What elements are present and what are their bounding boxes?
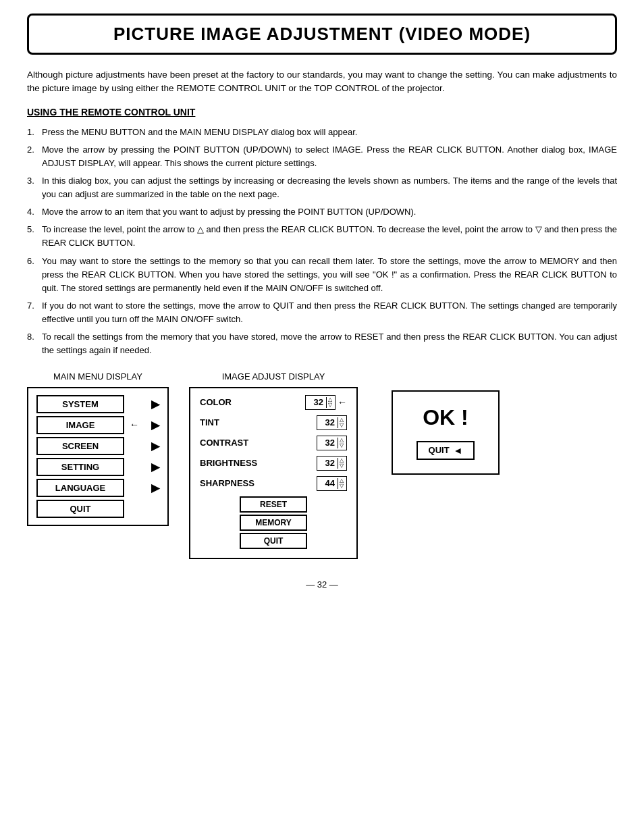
down-arrow-icon[interactable]: ▽ [340,463,344,469]
adjust-label-contrast: CONTRAST [200,438,267,448]
adjust-label-color: COLOR [200,397,267,407]
adjust-value-box-tint: 32△▽ [317,415,347,430]
menu-item-language[interactable]: LANGUAGE [36,479,124,497]
down-arrow-icon[interactable]: ▽ [340,443,344,448]
adjust-btn-quit[interactable]: QUIT [240,533,307,549]
step-item-4: 4.Move the arrow to an item that you wan… [27,205,617,219]
section-heading: USING THE REMOTE CONTROL UNIT [27,107,617,118]
page-title-box: PICTURE IMAGE ADJUSTMENT (VIDEO MODE) [27,14,617,55]
menu-arrow-icon-system: ▶ [151,398,159,411]
menu-arrow-icon-image: ▶ [151,419,159,432]
step-item-5: 5.To increase the level, point the arrow… [27,223,617,250]
menu-quit-button[interactable]: QUIT [36,500,124,518]
ok-box: OK ! QUIT ◄ [392,390,500,475]
adjust-value-box-color: 32△▽ [305,395,336,410]
step-item-2: 2.Move the arrow by pressing the POINT B… [27,143,617,170]
ok-text: OK ! [423,405,468,430]
diagrams-row: MAIN MENU DISPLAY SYSTEM▶IMAGE←▶SCREEN▶S… [27,371,617,559]
menu-quit-row: QUIT [36,500,159,518]
adjust-btn-memory[interactable]: MEMORY [240,515,307,531]
adjust-label-sharpness: SHARPNESS [200,478,267,488]
menu-item-screen[interactable]: SCREEN [36,437,124,455]
menu-arrow-icon-setting: ▶ [151,461,159,473]
step-item-7: 7.If you do not want to store the settin… [27,299,617,326]
menu-item-row-screen: SCREEN▶ [36,437,159,455]
selected-adjust-indicator-icon: ← [338,397,347,408]
adjust-row-tint: TINT32△▽ [200,415,347,430]
menu-item-row-system: SYSTEM▶ [36,395,159,413]
ok-quit-arrow-icon: ◄ [454,445,463,456]
menu-item-image[interactable]: IMAGE [36,416,124,434]
adjust-label-tint: TINT [200,417,267,427]
adjust-value-num-brightness: 32 [320,458,335,468]
image-adjust-box: COLOR32△▽←TINT32△▽CONTRAST32△▽BRIGHTNESS… [189,387,358,559]
menu-arrow-icon-screen: ▶ [151,440,159,452]
main-menu-box: SYSTEM▶IMAGE←▶SCREEN▶SETTING▶LANGUAGE▶QU… [27,387,169,526]
adjust-arrows-sharpness: △▽ [338,478,344,489]
menu-item-row-language: LANGUAGE▶ [36,479,159,497]
adjust-row-color: COLOR32△▽← [200,395,347,410]
adjust-value-box-sharpness: 44△▽ [317,476,347,491]
selected-indicator-icon: ← [130,419,139,430]
adjust-btn-reset[interactable]: RESET [240,496,307,513]
page-number: — 32 — [27,579,617,590]
adjust-row-brightness: BRIGHTNESS32△▽ [200,456,347,471]
menu-item-system[interactable]: SYSTEM [36,395,124,413]
main-menu-section: MAIN MENU DISPLAY SYSTEM▶IMAGE←▶SCREEN▶S… [27,371,169,526]
adjust-arrows-contrast: △▽ [338,438,344,448]
menu-item-setting[interactable]: SETTING [36,458,124,476]
adjust-arrows-brightness: △▽ [338,458,344,469]
image-adjust-label: IMAGE ADJUST DISPLAY [189,371,358,382]
intro-paragraph: Although picture adjustments have been p… [27,68,617,96]
ok-quit-label: QUIT [429,445,450,455]
down-arrow-icon[interactable]: ▽ [340,423,344,428]
adjust-arrows-tint: △▽ [338,417,344,428]
menu-item-row-image: IMAGE←▶ [36,416,159,434]
adjust-arrows-color: △▽ [326,397,332,408]
step-item-6: 6.You may want to store the settings to … [27,255,617,295]
down-arrow-icon[interactable]: ▽ [328,402,332,408]
adjust-row-contrast: CONTRAST32△▽ [200,436,347,450]
adjust-value-box-brightness: 32△▽ [317,456,347,471]
adjust-value-num-contrast: 32 [320,438,335,448]
adjust-value-num-color: 32 [308,397,323,407]
adjust-value-num-tint: 32 [320,417,335,427]
page-title: PICTURE IMAGE ADJUSTMENT (VIDEO MODE) [43,24,601,45]
menu-arrow-icon-language: ▶ [151,481,159,494]
adjust-value-box-contrast: 32△▽ [317,436,347,450]
down-arrow-icon[interactable]: ▽ [340,484,344,489]
adjust-label-brightness: BRIGHTNESS [200,458,267,468]
menu-item-row-setting: SETTING▶ [36,458,159,476]
main-menu-label: MAIN MENU DISPLAY [27,371,169,382]
steps-list: 1.Press the MENU BUTTON and the MAIN MEN… [27,126,617,358]
image-adjust-section: IMAGE ADJUST DISPLAY COLOR32△▽←TINT32△▽C… [189,371,358,559]
adjust-row-sharpness: SHARPNESS44△▽ [200,476,347,491]
ok-section: OK ! QUIT ◄ [392,390,500,475]
step-item-1: 1.Press the MENU BUTTON and the MAIN MEN… [27,126,617,139]
step-item-8: 8.To recall the settings from the memory… [27,330,617,357]
ok-quit-button[interactable]: QUIT ◄ [417,441,475,460]
step-item-3: 3.In this dialog box, you can adjust the… [27,174,617,201]
adjust-value-num-sharpness: 44 [320,478,335,488]
